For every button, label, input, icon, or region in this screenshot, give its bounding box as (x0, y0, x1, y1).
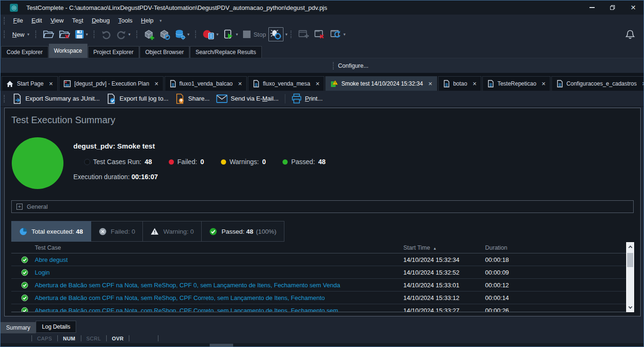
doc-tab-start-page[interactable]: Start Page✕ (1, 76, 58, 91)
panel-tab-workspace[interactable]: Workspace (49, 44, 87, 58)
test-case-link[interactable]: Abertura de Balcão sem CPF na Nota, sem … (35, 282, 403, 289)
toolbar-grip[interactable] (195, 31, 197, 38)
scroll-up-button[interactable] (627, 243, 634, 251)
layout-dropdown-icon[interactable]: ▾ (343, 32, 346, 37)
test-case-link[interactable]: Abertura de Balcão com CPF na Nota, sem … (35, 294, 403, 301)
toolbar-grip[interactable] (4, 31, 6, 38)
notifications-button[interactable] (623, 28, 637, 41)
table-row[interactable]: Login 14/10/2024 15:32:52 00:00:09 (11, 266, 627, 279)
map-object-button[interactable] (157, 28, 172, 41)
send-email-button[interactable]: Send via E-Mail... (213, 94, 282, 104)
test-case-link[interactable]: Abertura de Balcão com CPF na Nota, com … (35, 307, 403, 313)
tab-close-icon[interactable]: ✕ (428, 81, 432, 87)
filter-tab-warning[interactable]: Warning: 0 (143, 221, 202, 242)
minimize-button[interactable] (581, 0, 602, 15)
new-dropdown-icon[interactable]: ▾ (27, 32, 30, 37)
data-storage-button[interactable]: ▾ (173, 28, 192, 41)
filter-tab-total[interactable]: Total executed: 48 (11, 221, 91, 242)
undo-button[interactable] (99, 28, 113, 41)
column-start-time[interactable]: Start Time▲ (403, 244, 485, 251)
doc-tab-testerepeticao[interactable]: TesteRepeticao✕ (482, 76, 550, 91)
testcomplete-window: ◎ TestComplete - C:\automacao\LinxDegust… (0, 0, 644, 347)
horizontal-scrollbar-thumb[interactable] (210, 344, 233, 347)
save-button[interactable]: ▾ (73, 28, 90, 40)
print-button[interactable]: Print... (288, 93, 326, 104)
filter-tab-failed[interactable]: Failed: 0 (91, 221, 143, 242)
tab-log-details[interactable]: Log Details (36, 321, 76, 333)
panel-tab-search-replace[interactable]: Search/Replace Results (190, 46, 262, 58)
menu-overflow-icon[interactable]: ▾ (160, 18, 162, 23)
table-row[interactable]: Abertura de Balcão com CPF na Nota, com … (11, 304, 627, 312)
filter-tab-passed[interactable]: Passed: 48 (100%) (202, 221, 284, 242)
close-file-button[interactable] (57, 28, 72, 40)
tab-summary[interactable]: Summary (0, 322, 36, 333)
toolbar-grip[interactable] (291, 31, 292, 38)
scroll-down-button[interactable] (627, 303, 634, 312)
menu-view[interactable]: View (46, 16, 68, 25)
record-dropdown-icon[interactable]: ▾ (216, 32, 219, 37)
test-case-link[interactable]: Abre degust (35, 256, 403, 263)
expand-icon[interactable]: + (16, 204, 23, 210)
table-row[interactable]: Abertura de Balcão sem CPF na Nota, sem … (11, 279, 627, 292)
table-header-row[interactable]: Test Case Start Time▲ Duration (11, 242, 627, 253)
export-summary-junit-button[interactable]: Export Summary as JUnit... (9, 93, 103, 105)
close-window-button[interactable] (312, 28, 327, 41)
menu-test[interactable]: Test (68, 16, 87, 25)
passed-check-icon (21, 282, 28, 289)
doc-tab-execution-plan[interactable]: [degust_pdv] - Execution Plan✕ (59, 76, 164, 91)
redo-dropdown-icon[interactable]: ▾ (128, 32, 131, 37)
tab-close-icon[interactable]: ✕ (642, 81, 644, 87)
save-dropdown-icon[interactable]: ▾ (86, 32, 88, 37)
restore-button[interactable] (602, 0, 623, 15)
panel-tab-code-explorer[interactable]: Code Explorer (1, 46, 48, 58)
redo-button[interactable]: ▾ (114, 28, 133, 41)
toolbar-grip[interactable] (333, 62, 335, 70)
tab-close-icon[interactable]: ✕ (542, 81, 546, 87)
debug-dropdown-icon[interactable]: ▾ (285, 32, 288, 37)
general-section-header[interactable]: + General (11, 200, 634, 213)
menu-tools[interactable]: Tools (114, 16, 137, 25)
column-duration[interactable]: Duration (485, 244, 627, 251)
scrollbar-thumb[interactable] (627, 253, 633, 267)
doc-tab-botao[interactable]: botao✕ (438, 76, 481, 91)
debug-run-button[interactable] (268, 27, 283, 41)
tab-close-icon[interactable]: ✕ (154, 81, 158, 87)
toolbar-grip[interactable] (4, 17, 6, 24)
doc-tab-smoke-test[interactable]: Smoke test 14/10/2024 15:32:34✕ (325, 76, 437, 91)
doc-tab-configuracoes-e-cadastros[interactable]: Configuracoes_e_cadastros✕ (551, 76, 644, 91)
run-test-button[interactable]: ▾ (221, 28, 240, 41)
tab-close-icon[interactable]: ✕ (49, 81, 53, 87)
restore-layout-button[interactable]: ▾ (328, 28, 347, 41)
open-file-button[interactable] (41, 28, 56, 40)
test-case-link[interactable]: Login (35, 269, 403, 276)
export-full-log-button[interactable]: Export full log to... (103, 93, 172, 105)
toolbar-grip[interactable] (136, 31, 138, 38)
doc-tab-fluxo1-venda-balcao[interactable]: fluxo1_venda_balcao✕ (165, 76, 247, 91)
add-item-button[interactable] (142, 28, 157, 41)
doc-tab-fluxo-venda-mesa[interactable]: fluxo_venda_mesa✕ (248, 76, 324, 91)
new-button[interactable]: New ▾ (9, 30, 31, 39)
tab-close-icon[interactable]: ✕ (315, 81, 320, 87)
table-row[interactable]: Abre degust 14/10/2024 15:32:34 00:00:18 (11, 253, 627, 266)
column-test-case[interactable]: Test Case (35, 244, 403, 251)
toolbar-grip[interactable] (94, 31, 95, 38)
panel-tab-project-explorer[interactable]: Project Explorer (88, 46, 139, 58)
storage-dropdown-icon[interactable]: ▾ (188, 32, 190, 37)
table-row[interactable]: Abertura de Balcão com CPF na Nota, sem … (11, 292, 627, 304)
menu-help[interactable]: Help (137, 16, 158, 25)
configure-link[interactable]: Configure... (338, 63, 369, 69)
share-button[interactable]: Share... (172, 93, 213, 105)
toolbar-grip[interactable] (4, 95, 6, 103)
menu-edit[interactable]: Edit (27, 16, 46, 25)
close-button[interactable]: ✕ (623, 0, 644, 15)
panel-tab-object-browser[interactable]: Object Browser (140, 46, 189, 58)
tab-close-icon[interactable]: ✕ (238, 81, 242, 87)
table-vertical-scrollbar[interactable] (626, 242, 634, 312)
menu-file[interactable]: File (9, 16, 27, 25)
run-dropdown-icon[interactable]: ▾ (236, 32, 238, 37)
toolbar-grip[interactable] (35, 31, 37, 38)
menu-debug[interactable]: Debug (87, 16, 114, 25)
record-test-button[interactable]: ▾ (201, 28, 220, 41)
horizontal-scrollbar[interactable] (0, 343, 644, 347)
tab-close-icon[interactable]: ✕ (472, 81, 477, 87)
